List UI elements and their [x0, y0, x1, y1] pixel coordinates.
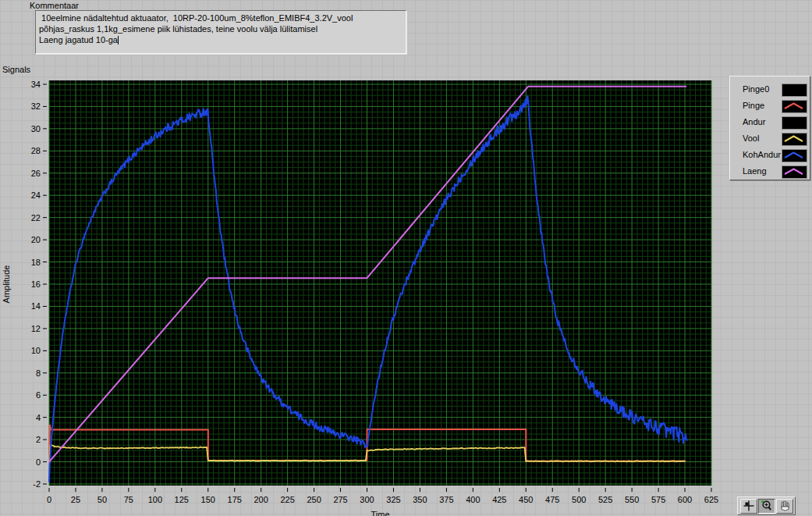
hand-icon: [778, 500, 791, 512]
magnifier-icon: [761, 500, 773, 512]
legend-item-pinge0[interactable]: Pinge0: [730, 82, 810, 98]
legend-item-kohandur[interactable]: KohAndur: [730, 148, 810, 163]
svg-text:0: 0: [36, 457, 41, 467]
svg-text:350: 350: [413, 495, 427, 504]
legend-label: Pinge: [743, 101, 764, 110]
text-caret: [118, 36, 119, 44]
svg-text:225: 225: [280, 495, 294, 504]
svg-text:300: 300: [360, 495, 374, 504]
svg-text:550: 550: [625, 495, 639, 504]
plot-legend: Pinge0 Pinge Andur Vool KohAndur Laeng: [729, 76, 810, 180]
svg-text:475: 475: [545, 495, 559, 504]
svg-text:500: 500: [572, 495, 586, 504]
legend-label: Vool: [743, 133, 759, 143]
svg-text:50: 50: [98, 495, 107, 504]
svg-text:8: 8: [36, 368, 41, 378]
svg-text:625: 625: [704, 495, 718, 504]
svg-text:22: 22: [31, 213, 41, 222]
legend-swatch-pinge0[interactable]: [782, 84, 807, 97]
svg-text:200: 200: [254, 495, 268, 504]
svg-text:24: 24: [31, 190, 41, 200]
crosshair-icon: [743, 500, 755, 512]
svg-text:2: 2: [36, 435, 41, 444]
comment-textbox[interactable]: 10eelmine nädaltehtud aktuaator, 10RP-20…: [35, 10, 406, 54]
labview-front-panel: { "window": {"width": 1041, "height": 66…: [0, 0, 812, 516]
legend-swatch-andur[interactable]: [782, 116, 807, 130]
svg-text:525: 525: [598, 495, 612, 504]
svg-text:175: 175: [228, 495, 242, 504]
graph-title-label: Signals: [2, 65, 30, 74]
svg-text:150: 150: [201, 495, 215, 504]
legend-label: KohAndur: [743, 150, 781, 159]
comment-text: 10eelmine nädaltehtud aktuaator, 10RP-20…: [39, 13, 353, 44]
legend-item-andur[interactable]: Andur: [730, 115, 810, 130]
svg-text:34: 34: [31, 80, 41, 89]
graph-palette: [737, 496, 796, 515]
svg-text:75: 75: [124, 495, 133, 504]
cursor-tool-button[interactable]: [740, 499, 757, 514]
svg-text:26: 26: [31, 169, 41, 178]
legend-swatch-vool[interactable]: [782, 133, 807, 146]
svg-text:4: 4: [36, 413, 41, 422]
svg-text:575: 575: [651, 495, 665, 504]
pan-tool-button[interactable]: [776, 499, 793, 514]
svg-text:32: 32: [31, 101, 41, 111]
svg-text:275: 275: [333, 495, 347, 504]
svg-text:250: 250: [307, 495, 321, 504]
svg-text:28: 28: [31, 146, 41, 155]
zoom-tool-button[interactable]: [758, 499, 775, 514]
svg-text:16: 16: [31, 279, 41, 289]
svg-text:12: 12: [31, 324, 41, 333]
y-axis-label: Amplitude: [2, 265, 11, 304]
comment-label: Kommentaar: [30, 1, 79, 10]
legend-swatch-laeng[interactable]: [782, 165, 807, 179]
legend-swatch-pinge[interactable]: [782, 100, 807, 113]
legend-item-vool[interactable]: Vool: [730, 131, 810, 147]
svg-text:325: 325: [386, 495, 400, 504]
legend-item-pinge[interactable]: Pinge: [730, 98, 810, 114]
svg-text:125: 125: [175, 495, 189, 504]
svg-text:600: 600: [678, 495, 692, 504]
legend-label: Pinge0: [743, 84, 769, 94]
legend-swatch-kohandur[interactable]: [782, 149, 807, 162]
legend-label: Laeng: [743, 166, 767, 176]
waveform-graph[interactable]: 0255075100125150175200225250275300325350…: [0, 74, 729, 516]
svg-text:375: 375: [439, 495, 453, 504]
svg-text:18: 18: [31, 258, 41, 267]
svg-text:6: 6: [36, 390, 41, 400]
x-axis-label: Time: [371, 510, 389, 516]
svg-text:425: 425: [492, 495, 506, 504]
svg-text:14: 14: [31, 301, 41, 311]
legend-label: Andur: [743, 117, 765, 126]
svg-text:400: 400: [466, 495, 480, 504]
svg-text:20: 20: [31, 235, 41, 244]
svg-text:450: 450: [519, 495, 533, 504]
svg-text:-2: -2: [33, 479, 41, 489]
svg-text:25: 25: [71, 495, 80, 504]
svg-text:100: 100: [148, 495, 162, 504]
svg-text:10: 10: [31, 346, 41, 355]
svg-text:30: 30: [31, 124, 41, 133]
svg-text:0: 0: [47, 495, 51, 504]
legend-item-laeng[interactable]: Laeng: [730, 164, 810, 180]
